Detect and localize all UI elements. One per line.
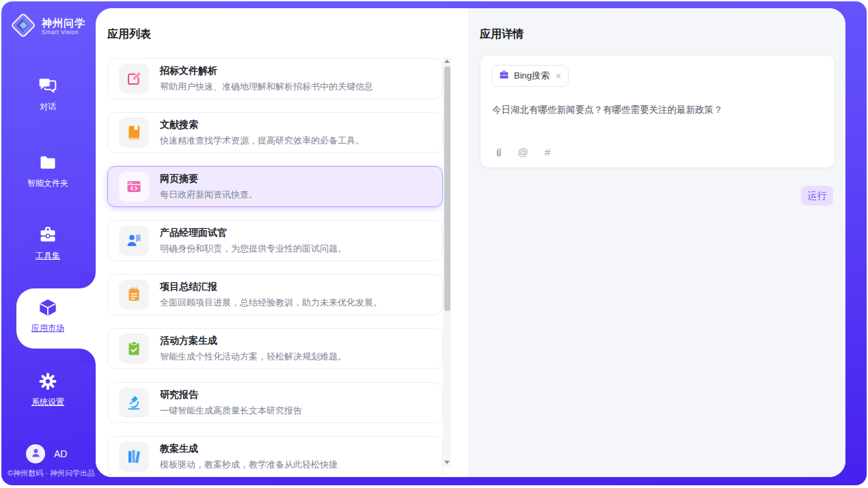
sidebar-item-label: 智能文件夹 <box>27 178 68 189</box>
microscope-icon <box>119 388 149 418</box>
bubble-flare-top <box>79 272 96 288</box>
diamond-logo-icon <box>10 12 36 41</box>
notebook-icon <box>119 280 149 310</box>
list-scrollbar[interactable] <box>443 57 451 467</box>
app-item-title: 文献搜索 <box>160 119 364 131</box>
app-detail-title: 应用详情 <box>480 27 524 42</box>
prompt-card[interactable]: Bing搜索 × 今日湖北有哪些新闻要点？有哪些需要关注的最新政策？ @ # <box>480 55 835 168</box>
app-list-item[interactable]: 文献搜索快速精准查找学术资源，提高研究效率的必备工具。 <box>107 112 443 153</box>
tool-chip-label: Bing搜索 <box>514 70 550 82</box>
main-content: 应用列表 招标文件解析帮助用户快速、准确地理解和解析招标书中的关键信息文献搜索快… <box>96 8 845 477</box>
app-list-item[interactable]: 招标文件解析帮助用户快速、准确地理解和解析招标书中的关键信息 <box>107 58 443 99</box>
brand-logo: 神州问学 Smart Vision <box>0 12 96 41</box>
app-list-panel: 应用列表 招标文件解析帮助用户快速、准确地理解和解析招标书中的关键信息文献搜索快… <box>96 8 468 477</box>
brand-subtitle: Smart Vision <box>42 29 85 36</box>
sidebar-item-settings[interactable]: 系统设置 <box>0 372 96 408</box>
app-item-description: 模板驱动，教案秒成，教学准备从此轻松快捷 <box>160 459 338 471</box>
close-icon[interactable]: × <box>556 71 561 81</box>
app-list: 招标文件解析帮助用户快速、准确地理解和解析招标书中的关键信息文献搜索快速精准查找… <box>107 58 443 477</box>
app-item-title: 网页摘要 <box>160 173 258 185</box>
app-list-item[interactable]: 教案生成模板驱动，教案秒成，教学准备从此轻松快捷 <box>107 436 443 477</box>
app-item-title: 项目总结汇报 <box>160 281 382 293</box>
app-item-description: 一键智能生成高质量长文本研究报告 <box>160 405 302 417</box>
copyright-footer: ©神州数码 · 神州问学出品 <box>0 468 103 478</box>
book-icon <box>119 118 149 148</box>
app-item-description: 每日政府新闻资讯快查。 <box>160 189 258 201</box>
scroll-up-arrow-icon[interactable] <box>443 57 451 66</box>
user-initials: AD <box>54 448 67 459</box>
sidebar-item-label: 应用市场 <box>31 323 64 334</box>
user-account[interactable]: AD <box>26 444 67 463</box>
clipboard-check-icon <box>119 334 149 364</box>
brand-name: 神州问学 <box>42 18 85 29</box>
app-item-title: 招标文件解析 <box>160 65 373 77</box>
app-item-description: 智能生成个性化活动方案，轻松解决规划难题。 <box>160 351 347 363</box>
sidebar: 神州问学 Smart Vision 对话智能文件夹工具集应用市场系统设置 AD … <box>0 1 96 485</box>
sidebar-item-label: 工具集 <box>36 250 60 262</box>
prompt-text[interactable]: 今日湖北有哪些新闻要点？有哪些需要关注的最新政策？ <box>492 103 824 117</box>
app-item-title: 教案生成 <box>160 443 338 455</box>
folder-icon <box>38 153 57 172</box>
app-list-item[interactable]: 产品经理面试官明确身份和职责，为您提供专业性的面试问题。 <box>107 220 443 261</box>
tool-chip-bing-search[interactable]: Bing搜索 × <box>491 65 569 87</box>
app-item-description: 快速精准查找学术资源，提高研究效率的必备工具。 <box>160 135 364 147</box>
sidebar-item-chat[interactable]: 对话 <box>0 77 96 113</box>
sidebar-item-smart-folders[interactable]: 智能文件夹 <box>0 153 96 189</box>
app-item-title: 研究报告 <box>160 389 302 401</box>
briefcase-icon <box>499 70 509 83</box>
app-list-item[interactable]: 研究报告一键智能生成高质量长文本研究报告 <box>107 382 443 423</box>
app-list-item[interactable]: 活动方案生成智能生成个性化活动方案，轻松解决规划难题。 <box>107 328 443 369</box>
toolbox-icon <box>38 226 57 245</box>
sidebar-item-label: 对话 <box>40 101 56 113</box>
app-list-title: 应用列表 <box>107 27 151 42</box>
app-item-description: 帮助用户快速、准确地理解和解析招标书中的关键信息 <box>160 81 373 93</box>
scrollbar-thumb[interactable] <box>444 66 450 311</box>
interviewer-icon <box>119 226 149 256</box>
at-icon[interactable]: @ <box>517 146 529 159</box>
chat-icon <box>38 77 57 96</box>
hash-icon[interactable]: # <box>541 146 554 159</box>
app-item-description: 明确身份和职责，为您提供专业性的面试问题。 <box>160 243 347 255</box>
books-icon <box>119 442 149 472</box>
app-item-title: 产品经理面试官 <box>160 227 347 239</box>
app-item-description: 全面回顾项目进展，总结经验教训，助力未来优化发展。 <box>160 297 382 309</box>
bubble-flare-bottom <box>79 349 96 365</box>
edit-icon <box>119 64 149 94</box>
sidebar-item-toolset[interactable]: 工具集 <box>0 226 96 262</box>
app-detail-panel: 应用详情 Bing搜索 × 今日湖北有哪些新闻要点？有哪些需要关注的最新政策？ … <box>468 8 845 477</box>
scroll-down-arrow-icon[interactable] <box>443 458 451 467</box>
app-list-item[interactable]: 网页摘要每日政府新闻资讯快查。 <box>107 166 443 207</box>
run-button[interactable]: 运行 <box>801 186 833 206</box>
paperclip-icon[interactable] <box>492 146 504 159</box>
avatar <box>26 444 45 463</box>
gear-icon <box>38 372 57 391</box>
person-icon <box>30 447 42 461</box>
sidebar-item-label: 系统设置 <box>31 396 64 408</box>
app-list-item[interactable]: 项目总结汇报全面回顾项目进展，总结经验教训，助力未来优化发展。 <box>107 274 443 315</box>
sidebar-item-app-market[interactable]: 应用市场 <box>0 298 96 334</box>
app-item-title: 活动方案生成 <box>160 335 347 347</box>
prompt-toolbar: @ # <box>492 146 554 159</box>
cube-icon <box>38 298 57 317</box>
browser-code-icon <box>119 172 149 202</box>
